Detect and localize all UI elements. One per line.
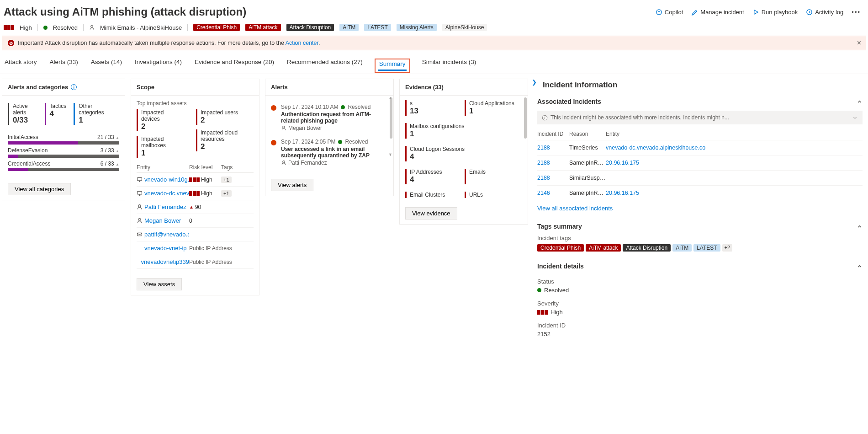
entity-row[interactable]: Patti Fernandez▲ 90 — [137, 200, 254, 214]
chevron-up-icon — [857, 224, 863, 230]
card-title: Scope — [131, 79, 259, 96]
chevron-up-icon — [857, 263, 863, 269]
run-playbook-button[interactable]: Run playbook — [752, 9, 798, 16]
info-icon[interactable]: i — [71, 84, 77, 90]
entity-row[interactable]: vnevado-win10g.v... High+1 — [137, 173, 254, 187]
entity-row[interactable]: vnevado-dc.vneva... High+1 — [137, 187, 254, 200]
more-button[interactable]: ••• — [852, 9, 861, 16]
activity-log-button[interactable]: Activity log — [806, 9, 843, 16]
more-tags-count[interactable]: +2 — [722, 244, 733, 252]
page-title: Attack using AiTM phishing (attack disru… — [4, 5, 246, 18]
incident-tag[interactable]: AiTM — [339, 24, 359, 31]
tab-evidence[interactable]: Evidence and Response (20) — [194, 59, 275, 74]
associated-incident-row[interactable]: 2188SameIpInRecen...20.96.16.175 — [537, 155, 863, 170]
view-assets-button[interactable]: View assets — [137, 278, 182, 290]
incident-meta: High Resolved Mimik Emails - AlpineSkiHo… — [0, 22, 868, 36]
category-row[interactable]: InitialAccess21 / 33 ▲ — [8, 134, 119, 145]
scrollbar[interactable] — [524, 97, 527, 139]
action-center-link[interactable]: Action center — [286, 40, 318, 46]
entity-row[interactable]: pattif@vnevado.al... — [137, 228, 254, 241]
status-label: Status — [537, 278, 863, 285]
entity-row[interactable]: vnevadovnetip339Public IP Address — [137, 255, 254, 269]
collapse-panel-icon[interactable]: ❯ — [532, 79, 537, 86]
alert-item[interactable]: Sep 17, 2024 2:05 PMResolved User access… — [271, 135, 388, 170]
section-header[interactable]: Incident details — [537, 261, 863, 272]
incident-tag[interactable]: Attack Disruption — [286, 24, 334, 31]
card-title: Alerts — [265, 79, 393, 96]
evidence-stat: URLs — [465, 192, 510, 198]
incident-tag[interactable]: AiTM attack — [586, 244, 621, 252]
scrollbar[interactable] — [390, 97, 392, 139]
category-row[interactable]: DefenseEvasion3 / 33 ▲ — [8, 147, 119, 158]
incident-details-section: Incident details Status Resolved Severit… — [537, 261, 863, 338]
view-alerts-button[interactable]: View alerts — [271, 179, 313, 191]
alert-item[interactable]: Sep 17, 2024 10:10 AMResolved Authentica… — [271, 100, 388, 135]
view-all-categories-button[interactable]: View all categories — [8, 183, 71, 195]
incident-tag[interactable]: Missing Alerts — [397, 24, 437, 31]
card-title: Alerts and categoriesi — [2, 79, 125, 96]
tab-assets[interactable]: Assets (14) — [90, 59, 123, 74]
incident-tag[interactable]: AiTM attack — [245, 24, 281, 31]
view-evidence-button[interactable]: View evidence — [405, 207, 457, 220]
tab-recommended[interactable]: Recommended actions (27) — [286, 59, 364, 74]
info-icon — [542, 115, 548, 121]
view-all-associated-link[interactable]: View all associated incidents — [537, 205, 613, 212]
status-text: Resolved — [53, 24, 78, 31]
svg-point-2 — [91, 26, 93, 28]
associated-incidents-section: Associated Incidents This incident might… — [537, 96, 863, 212]
copilot-button[interactable]: Copilot — [656, 9, 683, 16]
section-header[interactable]: Associated Incidents — [537, 96, 863, 107]
tab-investigations[interactable]: Investigations (4) — [134, 59, 183, 74]
incident-id-label: Incident ID — [537, 322, 863, 329]
active-alerts-stat: Active alerts0/33 — [8, 103, 45, 125]
header-actions: Copilot Manage incident Run playbook Act… — [656, 9, 861, 16]
evidence-stat: IP Addresses4 — [405, 169, 451, 184]
incident-tag[interactable]: AlpineSkiHouse — [442, 24, 487, 31]
entity-table-header: EntityRisk levelTags — [137, 162, 254, 173]
card-title: Evidence (33) — [400, 79, 528, 96]
associated-incident-row[interactable]: 2146SameIpInRecen...20.96.16.175 — [537, 185, 863, 200]
associated-incident-row[interactable]: 2188TimeSeriesvnevado-dc.vnevado.alpines… — [537, 140, 863, 155]
incident-tag[interactable]: Credential Phish — [537, 244, 584, 252]
category-row[interactable]: CredentialAccess6 / 33 ▲ — [8, 161, 119, 171]
entity-row[interactable]: vnevado-vnet-ipPublic IP Address — [137, 241, 254, 255]
incident-tag[interactable]: Attack Disruption — [623, 244, 671, 252]
association-info-message: This incident might be associated with m… — [537, 111, 863, 124]
scope-subtitle: Top impacted assets — [137, 100, 254, 109]
tab-similar[interactable]: Similar incidents (3) — [421, 59, 477, 74]
tab-summary[interactable]: Summary — [378, 60, 407, 71]
owner-text: Mimik Emails - AlpineSkiHouse — [100, 24, 182, 31]
scroll-down-icon[interactable]: ▼ — [388, 152, 392, 157]
severity-icon — [537, 310, 548, 315]
associated-incident-row[interactable]: 2188SimilarSuspicio... — [537, 170, 863, 185]
highlighted-tab: Summary — [375, 59, 410, 73]
tab-alerts[interactable]: Alerts (33) — [49, 59, 79, 74]
impacted-stat: Impacted users2 — [196, 109, 254, 125]
impacted-stat: Impacted devices2 — [137, 109, 182, 131]
incident-tag[interactable]: AiTM — [672, 244, 692, 252]
severity-label: Severity — [537, 300, 863, 307]
tab-attack-story[interactable]: Attack story — [4, 59, 38, 74]
incident-tag[interactable]: LATEST — [693, 244, 720, 252]
banner-close-icon[interactable]: × — [857, 39, 861, 47]
manage-incident-button[interactable]: Manage incident — [691, 9, 744, 16]
assoc-table-header: Incident IDReasonEntity — [537, 128, 863, 140]
other-categories-stat: Other categories1 — [74, 103, 119, 125]
alert-severity-dot-icon — [271, 140, 276, 145]
section-header[interactable]: Tags summary — [537, 221, 863, 232]
evidence-stat: Mailbox configurations1 — [405, 123, 464, 139]
chevron-down-icon — [852, 115, 858, 121]
entity-row[interactable]: Megan Bower0 — [137, 214, 254, 228]
incident-tag[interactable]: Credential Phish — [193, 24, 240, 31]
panel-title: Incident information — [543, 80, 863, 90]
evidence-stat: s13 — [405, 100, 451, 116]
incident-tag[interactable]: LATEST — [364, 24, 391, 31]
scroll-up-icon[interactable]: ▲ — [388, 96, 392, 100]
summary-content: Alerts and categoriesi Active alerts0/33… — [0, 74, 868, 351]
svg-rect-3 — [138, 177, 142, 181]
svg-rect-7 — [138, 233, 142, 236]
svg-point-5 — [138, 205, 141, 207]
evidence-stat: Cloud Logon Sessions4 — [405, 146, 465, 161]
status-dot-icon — [43, 26, 48, 30]
alert-severity-dot-icon — [271, 105, 276, 111]
